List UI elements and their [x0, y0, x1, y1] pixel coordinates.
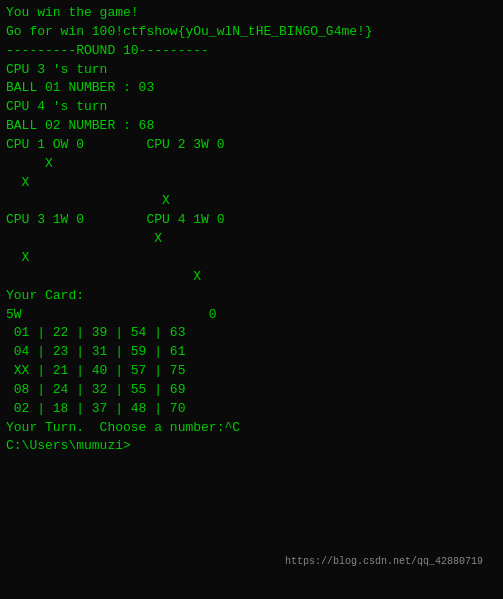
- terminal-line: CPU 4 's turn: [6, 98, 497, 117]
- terminal-line: CPU 3 's turn: [6, 61, 497, 80]
- terminal-line: BALL 01 NUMBER : 03: [6, 79, 497, 98]
- terminal-line: X: [6, 155, 497, 174]
- terminal-line: Go for win 100!ctfshow{yOu_wlN_tHE_BINGO…: [6, 23, 497, 42]
- terminal-line: CPU 1 OW 0 CPU 2 3W 0: [6, 136, 497, 155]
- terminal-line: X: [6, 268, 497, 287]
- terminal-line: 04 | 23 | 31 | 59 | 61: [6, 343, 497, 362]
- terminal-line: X: [6, 192, 497, 211]
- terminal-line: You win the game!: [6, 4, 497, 23]
- terminal-line: 01 | 22 | 39 | 54 | 63: [6, 324, 497, 343]
- terminal-line: 08 | 24 | 32 | 55 | 69: [6, 381, 497, 400]
- terminal-window: You win the game!Go for win 100!ctfshow{…: [0, 0, 503, 599]
- terminal-line: 02 | 18 | 37 | 48 | 70: [6, 400, 497, 419]
- terminal-line: CPU 3 1W 0 CPU 4 1W 0: [6, 211, 497, 230]
- terminal-line: X: [6, 174, 497, 193]
- terminal-line: Your Card:: [6, 287, 497, 306]
- terminal-line: 5W 0: [6, 306, 497, 325]
- terminal-line: XX | 21 | 40 | 57 | 75: [6, 362, 497, 381]
- terminal-line: X: [6, 230, 497, 249]
- terminal-line: Your Turn. Choose a number:^C: [6, 419, 497, 438]
- terminal-line: C:\Users\mumuzi>: [6, 437, 497, 456]
- terminal-line: BALL 02 NUMBER : 68: [6, 117, 497, 136]
- watermark: https://blog.csdn.net/qq_42880719: [285, 555, 483, 570]
- terminal-line: X: [6, 249, 497, 268]
- terminal-line: ---------ROUND 10---------: [6, 42, 497, 61]
